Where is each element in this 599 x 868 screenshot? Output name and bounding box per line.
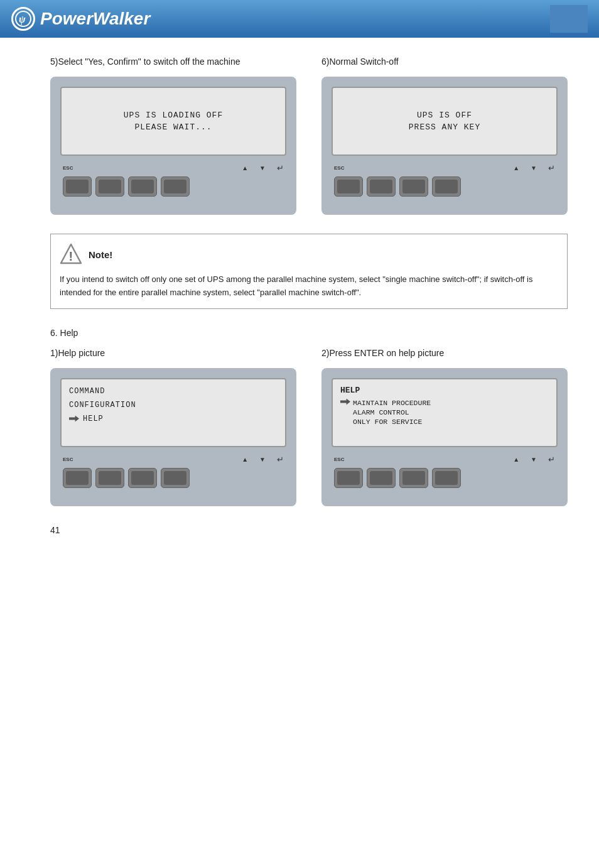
step6-screen-line1: UPS IS OFF — [417, 111, 472, 120]
step6-screen: UPS IS OFF PRESS ANY KEY — [332, 87, 558, 156]
help-content-line2: ALARM CONTROL — [340, 408, 549, 416]
help-content-line3: ONLY FOR SERVICE — [340, 418, 549, 426]
step6-btn-esc[interactable] — [334, 176, 363, 197]
step6-btn-down[interactable] — [399, 176, 428, 197]
help-btn-up[interactable] — [95, 468, 124, 488]
header: ψ PowerWalker — [0, 0, 599, 38]
logo: ψ PowerWalker — [11, 7, 150, 31]
help-line2-text: ALARM CONTROL — [353, 408, 409, 416]
step5-btn-enter[interactable] — [161, 176, 190, 197]
step6-button-group — [332, 176, 558, 197]
help-content-controls: ESC ▲ ▼ ↵ — [332, 455, 558, 488]
help-content-screen: HELP MAINTAIN PROCEDURE ALARM CONTROL ON… — [332, 378, 558, 447]
help-btn-down-inner — [131, 471, 154, 485]
help-line1-text: MAINTAIN PROCEDURE — [353, 399, 431, 407]
note-box: ! Note! If you intend to switch off only… — [50, 234, 568, 309]
sub1-label: 1)Help picture — [50, 348, 296, 358]
hc-btn-up-inner — [370, 471, 392, 485]
step6-btn-up[interactable] — [367, 176, 396, 197]
step5-esc-label: ESC — [63, 165, 73, 171]
help-content-line1: MAINTAIN PROCEDURE — [340, 399, 549, 407]
help-up-arrow: ▲ — [242, 456, 248, 463]
step-labels-row: 5)Select "Yes, Confirm" to switch off th… — [50, 57, 568, 67]
help-btn-esc-inner — [66, 471, 89, 485]
step5-controls: ESC ▲ ▼ ↵ — [60, 163, 286, 197]
help-btn-down[interactable] — [128, 468, 157, 488]
hc-button-group — [332, 468, 558, 488]
step6-btn-enter[interactable] — [432, 176, 461, 197]
main-content: 5)Select "Yes, Confirm" to switch off th… — [0, 38, 599, 554]
help-btn-enter[interactable] — [161, 468, 190, 488]
step6-panel: UPS IS OFF PRESS ANY KEY ESC ▲ ▼ ↵ — [321, 77, 568, 215]
note-title: Note! — [89, 249, 112, 260]
step6-enter: ↵ — [548, 163, 555, 173]
help-btn-esc[interactable] — [63, 468, 92, 488]
help-content-arrow-icon — [340, 399, 350, 405]
help-content-title: HELP — [340, 386, 549, 395]
hc-down-arrow: ▼ — [531, 456, 537, 463]
step6-controls: ESC ▲ ▼ ↵ — [332, 163, 558, 197]
help-content-panel: HELP MAINTAIN PROCEDURE ALARM CONTROL ON… — [321, 368, 568, 506]
step5-btn-enter-inner — [164, 180, 186, 193]
header-blue-box — [550, 5, 588, 33]
panels-row: UPS IS LOADING OFF PLEASE WAIT... ESC ▲ … — [50, 77, 568, 215]
step6-up-arrow: ▲ — [513, 165, 519, 171]
hc-esc-label: ESC — [334, 457, 344, 462]
step5-panel: UPS IS LOADING OFF PLEASE WAIT... ESC ▲ … — [50, 77, 296, 215]
step5-btn-esc[interactable] — [63, 176, 92, 197]
hc-btn-up[interactable] — [367, 468, 396, 488]
note-text: If you intend to switch off only one set… — [60, 273, 556, 300]
step6-esc-label: ESC — [334, 165, 344, 171]
step6-btn-esc-inner — [337, 180, 360, 193]
step5-screen-line2: PLEASE WAIT... — [134, 122, 212, 132]
step6-down-arrow: ▼ — [531, 165, 537, 171]
help-menu-command: COMMAND — [69, 386, 278, 397]
hc-btn-down[interactable] — [399, 468, 428, 488]
hc-btn-down-inner — [402, 471, 425, 485]
help-line3-text: ONLY FOR SERVICE — [353, 418, 422, 426]
help-down-arrow: ▼ — [259, 456, 266, 463]
step5-btn-up[interactable] — [95, 176, 124, 197]
help-btn-enter-inner — [164, 471, 186, 485]
help-menu-controls: ESC ▲ ▼ ↵ — [60, 455, 286, 488]
section6-title: 6. Help — [50, 328, 568, 338]
command-text: COMMAND — [69, 387, 105, 396]
svg-text:!: ! — [69, 249, 73, 263]
step5-label: 5)Select "Yes, Confirm" to switch off th… — [50, 57, 296, 67]
subsection-labels-row: 1)Help picture 2)Press ENTER on help pic… — [50, 348, 568, 358]
sub2-label: 2)Press ENTER on help picture — [321, 348, 568, 358]
configuration-text: CONFIGURATION — [69, 401, 136, 410]
help-enter: ↵ — [277, 455, 284, 464]
selected-arrow-icon — [69, 416, 79, 422]
hc-btn-enter[interactable] — [432, 468, 461, 488]
step5-enter: ↵ — [277, 163, 284, 173]
help-button-group — [60, 468, 286, 488]
step5-btn-down-inner — [131, 180, 154, 193]
logo-text: PowerWalker — [40, 9, 150, 29]
step5-screen: UPS IS LOADING OFF PLEASE WAIT... — [60, 87, 286, 156]
step5-button-group — [60, 176, 286, 197]
warning-icon: ! — [60, 243, 82, 266]
step6-btn-enter-inner — [435, 180, 458, 193]
hc-btn-esc-inner — [337, 471, 360, 485]
help-text: HELP — [83, 415, 104, 423]
hc-btn-enter-inner — [435, 471, 458, 485]
step5-btn-down[interactable] — [128, 176, 157, 197]
step6-btn-up-inner — [370, 180, 392, 193]
help-menu-screen: COMMAND CONFIGURATION HELP — [60, 378, 286, 447]
logo-icon: ψ — [11, 7, 35, 31]
help-menu-help: HELP — [69, 413, 278, 425]
step6-btn-down-inner — [402, 180, 425, 193]
page-number: 41 — [50, 525, 568, 535]
help-btn-up-inner — [99, 471, 121, 485]
step5-up-arrow: ▲ — [242, 165, 248, 171]
help-menu-panel: COMMAND CONFIGURATION HELP ESC ▲ ▼ — [50, 368, 296, 506]
help-menu-configuration: CONFIGURATION — [69, 399, 278, 411]
help-panels-row: COMMAND CONFIGURATION HELP ESC ▲ ▼ — [50, 368, 568, 506]
step5-down-arrow: ▼ — [259, 165, 266, 171]
step6-label: 6)Normal Switch-off — [321, 57, 568, 67]
hc-btn-esc[interactable] — [334, 468, 363, 488]
hc-up-arrow: ▲ — [513, 456, 519, 463]
step5-btn-esc-inner — [66, 180, 89, 193]
step5-screen-line1: UPS IS LOADING OFF — [124, 111, 223, 120]
